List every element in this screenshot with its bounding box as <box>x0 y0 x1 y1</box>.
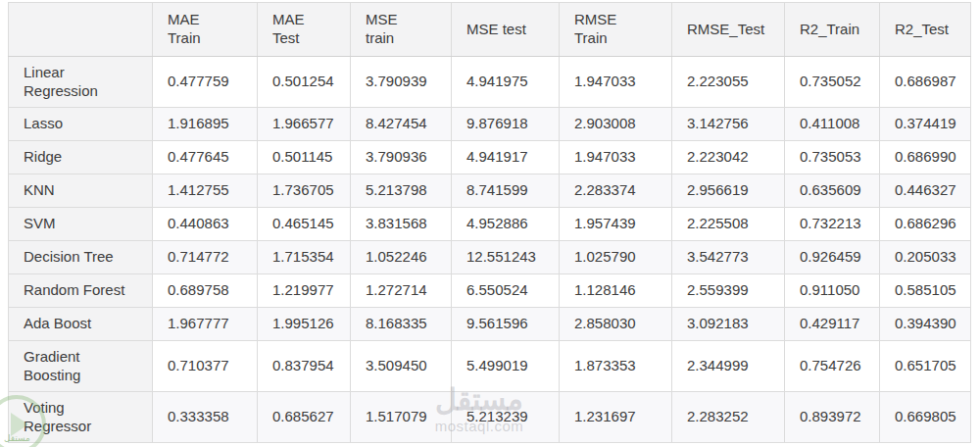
row-lasso: Lasso 1.916895 1.966577 8.427454 9.87691… <box>9 108 971 141</box>
row-random-forest: Random Forest 0.689758 1.219977 1.272714… <box>9 274 971 308</box>
model-label: Ada Boost <box>9 308 153 341</box>
cell-value: 2.225508 <box>672 208 785 241</box>
cell-value: 2.283252 <box>672 392 785 443</box>
cell-value: 1.052246 <box>351 241 452 274</box>
model-metrics-table: MAE Train MAE Test MSE train MSE test RM… <box>8 2 971 443</box>
cell-value: 8.427454 <box>351 108 452 141</box>
cell-value: 1.517079 <box>351 392 452 443</box>
cell-value: 0.477759 <box>153 57 258 108</box>
cell-value: 2.344999 <box>672 341 785 392</box>
cell-value: 0.686296 <box>880 208 971 241</box>
cell-value: 0.429117 <box>785 308 880 341</box>
header-cell-mse-test: MSE test <box>452 3 560 57</box>
cell-value: 1.957439 <box>560 208 672 241</box>
cell-value: 0.669805 <box>880 392 971 443</box>
cell-value: 0.333358 <box>153 392 258 443</box>
cell-value: 0.893972 <box>785 392 880 443</box>
cell-value: 0.501145 <box>258 141 351 174</box>
cell-value: 6.550524 <box>452 274 560 308</box>
cell-value: 3.092183 <box>672 308 785 341</box>
model-label: Ridge <box>9 141 153 174</box>
cell-value: 1.947033 <box>560 57 672 108</box>
model-label: Random Forest <box>9 274 153 308</box>
header-cell-blank <box>9 3 153 57</box>
header-cell-mae-train: MAE Train <box>153 3 258 57</box>
model-label: KNN <box>9 174 153 208</box>
cell-value: 9.561596 <box>452 308 560 341</box>
cell-value: 1.736705 <box>258 174 351 208</box>
cell-value: 0.686990 <box>880 141 971 174</box>
cell-value: 0.374419 <box>880 108 971 141</box>
cell-value: 1.995126 <box>258 308 351 341</box>
cell-value: 0.689758 <box>153 274 258 308</box>
cell-value: 2.559399 <box>672 274 785 308</box>
cell-value: 4.941975 <box>452 57 560 108</box>
cell-value: 3.790939 <box>351 57 452 108</box>
row-svm: SVM 0.440863 0.465145 3.831568 4.952886 … <box>9 208 971 241</box>
header-row: MAE Train MAE Test MSE train MSE test RM… <box>9 3 971 57</box>
cell-value: 1.873353 <box>560 341 672 392</box>
cell-value: 0.585105 <box>880 274 971 308</box>
cell-value: 0.685627 <box>258 392 351 443</box>
cell-value: 3.509450 <box>351 341 452 392</box>
cell-value: 0.710377 <box>153 341 258 392</box>
cell-value: 0.411008 <box>785 108 880 141</box>
model-label: SVM <box>9 208 153 241</box>
cell-value: 1.219977 <box>258 274 351 308</box>
table-header: MAE Train MAE Test MSE train MSE test RM… <box>9 3 971 57</box>
cell-value: 1.272714 <box>351 274 452 308</box>
cell-value: 3.790936 <box>351 141 452 174</box>
cell-value: 4.941917 <box>452 141 560 174</box>
cell-value: 3.142756 <box>672 108 785 141</box>
page: MAE Train MAE Test MSE train MSE test RM… <box>0 0 980 447</box>
cell-value: 2.903008 <box>560 108 672 141</box>
model-label: Lasso <box>9 108 153 141</box>
header-cell-rmse-test: RMSE_Test <box>672 3 785 57</box>
cell-value: 1.128146 <box>560 274 672 308</box>
cell-value: 3.831568 <box>351 208 452 241</box>
cell-value: 1.947033 <box>560 141 672 174</box>
cell-value: 5.213239 <box>452 392 560 443</box>
table-body: Linear Regression 0.477759 0.501254 3.79… <box>9 57 971 443</box>
cell-value: 0.911050 <box>785 274 880 308</box>
header-cell-mae-test: MAE Test <box>258 3 351 57</box>
cell-value: 1.715354 <box>258 241 351 274</box>
cell-value: 0.686987 <box>880 57 971 108</box>
header-cell-rmse-train: RMSE Train <box>560 3 672 57</box>
cell-value: 1.231697 <box>560 392 672 443</box>
header-cell-r2-test: R2_Test <box>880 3 971 57</box>
cell-value: 0.732213 <box>785 208 880 241</box>
model-label: Linear Regression <box>9 57 153 108</box>
cell-value: 0.837954 <box>258 341 351 392</box>
cell-value: 0.926459 <box>785 241 880 274</box>
cell-value: 0.501254 <box>258 57 351 108</box>
cell-value: 2.956619 <box>672 174 785 208</box>
row-voting-regressor: Voting Regressor 0.333358 0.685627 1.517… <box>9 392 971 443</box>
cell-value: 0.205033 <box>880 241 971 274</box>
cell-value: 8.168335 <box>351 308 452 341</box>
cell-value: 0.651705 <box>880 341 971 392</box>
cell-value: 1.967777 <box>153 308 258 341</box>
header-cell-r2-train: R2_Train <box>785 3 880 57</box>
cell-value: 0.714772 <box>153 241 258 274</box>
row-linear-regression: Linear Regression 0.477759 0.501254 3.79… <box>9 57 971 108</box>
cell-value: 9.876918 <box>452 108 560 141</box>
cell-value: 1.966577 <box>258 108 351 141</box>
cell-value: 2.223042 <box>672 141 785 174</box>
cell-value: 2.858030 <box>560 308 672 341</box>
cell-value: 0.635609 <box>785 174 880 208</box>
cell-value: 5.499019 <box>452 341 560 392</box>
cell-value: 5.213798 <box>351 174 452 208</box>
cell-value: 0.465145 <box>258 208 351 241</box>
cell-value: 12.551243 <box>452 241 560 274</box>
cell-value: 0.754726 <box>785 341 880 392</box>
cell-value: 0.735053 <box>785 141 880 174</box>
row-gradient-boosting: Gradient Boosting 0.710377 0.837954 3.50… <box>9 341 971 392</box>
model-label: Voting Regressor <box>9 392 153 443</box>
cell-value: 0.735052 <box>785 57 880 108</box>
row-decision-tree: Decision Tree 0.714772 1.715354 1.052246… <box>9 241 971 274</box>
cell-value: 1.025790 <box>560 241 672 274</box>
cell-value: 1.412755 <box>153 174 258 208</box>
cell-value: 3.542773 <box>672 241 785 274</box>
cell-value: 1.916895 <box>153 108 258 141</box>
